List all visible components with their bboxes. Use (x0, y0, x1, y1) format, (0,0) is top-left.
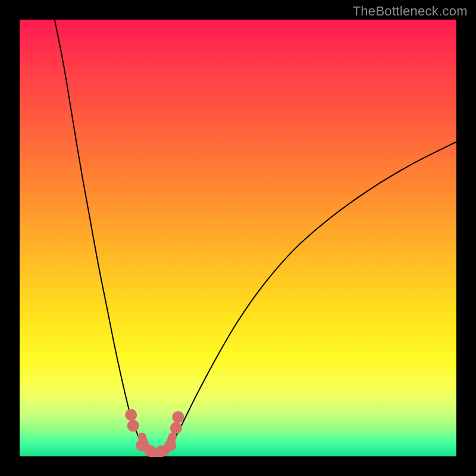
valley-dot-0 (125, 409, 137, 421)
curve-right-curve (164, 142, 456, 452)
outer-frame: TheBottleneck.com (0, 0, 476, 476)
curve-left-curve (55, 20, 151, 452)
curves-layer (20, 20, 456, 456)
valley-dot-5 (164, 440, 176, 452)
valley-dot-7 (172, 411, 184, 423)
valley-dot-3 (145, 445, 156, 457)
valley-dot-6 (170, 422, 182, 434)
valley-dot-1 (127, 420, 139, 432)
watermark-text: TheBottleneck.com (353, 4, 468, 19)
